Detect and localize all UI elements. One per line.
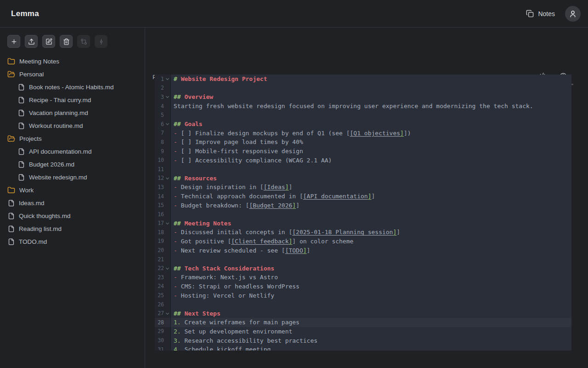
editor-line[interactable]: 27## Next Steps: [155, 309, 571, 318]
token-punct: [: [246, 202, 249, 209]
token-text: ): [407, 130, 411, 137]
token-red: -: [174, 157, 177, 164]
fold-gutter[interactable]: [164, 174, 170, 183]
editor-line[interactable]: 5: [155, 110, 571, 120]
token-hmark: ##: [174, 310, 184, 317]
editor-line[interactable]: 17## Meeting Notes: [155, 219, 571, 228]
fold-gutter[interactable]: [164, 264, 170, 273]
token-text: [ ] Improve page load times by 40%: [177, 138, 303, 145]
editor-line[interactable]: 26: [155, 300, 571, 309]
chevron-down-icon[interactable]: [165, 77, 169, 80]
chevron-down-icon[interactable]: [165, 122, 169, 125]
commit-button[interactable]: [95, 35, 107, 48]
editor-line[interactable]: 12## Resources: [155, 174, 571, 183]
editor-line[interactable]: 9- [ ] Mobile-first responsive design: [155, 147, 571, 156]
fold-gutter[interactable]: [164, 75, 170, 84]
editor-line[interactable]: 22## Tech Stack Considerations: [155, 264, 571, 273]
file-icon: [18, 97, 25, 104]
editor-line[interactable]: 8- [ ] Improve page load times by 40%: [155, 138, 571, 147]
delete-button[interactable]: [60, 35, 73, 48]
sidebar-item-book-notes-atomic-habits-md[interactable]: Book notes - Atomic Habits.md: [7, 80, 145, 93]
editor-line[interactable]: 303. Research accessibility best practic…: [155, 336, 571, 345]
fold-gutter[interactable]: [164, 219, 170, 228]
editor-line[interactable]: 6## Goals: [155, 120, 571, 129]
sidebar-item-projects[interactable]: Projects: [7, 132, 145, 145]
editor-line[interactable]: 11: [155, 165, 571, 174]
file-icon: [18, 122, 25, 129]
compare-button[interactable]: [77, 35, 90, 48]
editor-line[interactable]: 281. Create wireframes for main pages: [155, 318, 571, 327]
editor-line[interactable]: 15- Budget breakdown: [[Budget 2026]]: [155, 201, 571, 210]
chevron-down-icon[interactable]: [165, 266, 169, 270]
avatar[interactable]: [565, 6, 581, 22]
edit-button[interactable]: [42, 35, 55, 48]
editor-line[interactable]: 23- Framework: Next.js vs Astro: [155, 273, 571, 282]
token-heading: Overview: [184, 93, 213, 100]
fold-gutter[interactable]: [164, 92, 170, 102]
markdown-editor[interactable]: 1# Website Redesign Project23## Overview…: [155, 75, 571, 351]
folder-icon: [7, 58, 15, 65]
notes-icon: [526, 10, 534, 17]
wiki-link[interactable]: [TODO: [285, 247, 303, 254]
chevron-down-icon[interactable]: [165, 221, 169, 224]
chevron-down-icon[interactable]: [165, 311, 169, 315]
sidebar-item-meeting-notes[interactable]: Meeting Notes: [7, 55, 145, 68]
sidebar-item-todo-md[interactable]: TODO.md: [7, 235, 145, 248]
tree-item-label: Projects: [19, 135, 42, 142]
editor-line[interactable]: 25- Hosting: Vercel or Netlify: [155, 291, 571, 300]
fold-gutter[interactable]: [164, 120, 170, 129]
wiki-link[interactable]: [Budget 2026: [249, 202, 292, 209]
token-punct: ]: [288, 184, 292, 190]
editor-line[interactable]: 10- [ ] Accessibility compliance (WCAG 2…: [155, 155, 571, 165]
sidebar-item-work[interactable]: Work: [7, 184, 145, 196]
editor-line[interactable]: 1# Website Redesign Project: [155, 75, 571, 84]
gutter: 7: [155, 129, 171, 138]
wiki-link[interactable]: [Client feedback: [231, 238, 288, 245]
fold-gutter: [164, 345, 170, 351]
notes-nav-button[interactable]: Notes: [526, 10, 555, 17]
editor-line[interactable]: 4Starting fresh website redesign focused…: [155, 102, 571, 111]
editor-line[interactable]: 2: [155, 84, 571, 93]
chevron-down-icon[interactable]: [165, 176, 169, 179]
chevron-down-icon[interactable]: [165, 95, 169, 98]
editor-line[interactable]: 18- Discussed initial concepts in [[2025…: [155, 228, 571, 237]
sidebar-item-reading-list-md[interactable]: Reading list.md: [7, 222, 145, 235]
token-red: -: [174, 184, 177, 190]
user-icon: [569, 10, 577, 18]
editor-line[interactable]: 314. Schedule kickoff meeting: [155, 345, 571, 351]
sidebar-item-ideas-md[interactable]: Ideas.md: [7, 196, 145, 209]
editor-line[interactable]: 20- Next review scheduled - see [[TODO]]: [155, 246, 571, 255]
editor-line[interactable]: 21: [155, 255, 571, 264]
sidebar-item-workout-routine-md[interactable]: Workout routine.md: [7, 119, 145, 132]
folder-open-icon: [7, 70, 15, 78]
editor-line[interactable]: 3## Overview: [155, 92, 571, 102]
file-icon: [18, 161, 25, 168]
token-punct: [: [282, 247, 285, 254]
token-heading: Tech Stack Considerations: [184, 265, 274, 272]
editor-line[interactable]: 14- Technical approach documented in [[A…: [155, 192, 571, 201]
editor-line[interactable]: 7- [ ] Finalize design mockups by end of…: [155, 129, 571, 138]
sidebar-item-vacation-planning-md[interactable]: Vacation planning.md: [7, 106, 145, 119]
sidebar-item-quick-thoughts-md[interactable]: Quick thoughts.md: [7, 209, 145, 222]
wiki-link[interactable]: [Ideas: [264, 184, 285, 190]
token-hmark: ##: [174, 175, 184, 182]
tree-item-label: TODO.md: [19, 238, 47, 245]
sidebar-item-api-documentation-md[interactable]: API documentation.md: [7, 145, 145, 158]
upload-button[interactable]: [25, 35, 38, 48]
editor-line[interactable]: 13- Design inspiration in [[Ideas]]: [155, 183, 571, 192]
sidebar-item-website-redesign-md[interactable]: Website redesign.md: [7, 171, 145, 184]
sidebar-item-personal[interactable]: Personal: [7, 68, 145, 80]
wiki-link[interactable]: [2025-01-18 Planning session: [292, 229, 393, 236]
editor-line[interactable]: 16: [155, 210, 571, 219]
wiki-link[interactable]: [Q1 objectives: [350, 130, 401, 137]
gutter: 28: [155, 318, 171, 327]
line-number: 5: [155, 112, 164, 118]
editor-line[interactable]: 292. Set up development environment: [155, 327, 571, 336]
new-note-button[interactable]: [7, 35, 20, 48]
editor-line[interactable]: 19- Got positive [[Client feedback]] on …: [155, 237, 571, 246]
sidebar-item-budget-2026-md[interactable]: Budget 2026.md: [7, 158, 145, 171]
wiki-link[interactable]: [API documentation: [303, 193, 368, 200]
editor-line[interactable]: 24- CMS: Strapi or headless WordPress: [155, 282, 571, 291]
sidebar-item-recipe-thai-curry-md[interactable]: Recipe - Thai curry.md: [7, 93, 145, 106]
fold-gutter[interactable]: [164, 309, 170, 318]
